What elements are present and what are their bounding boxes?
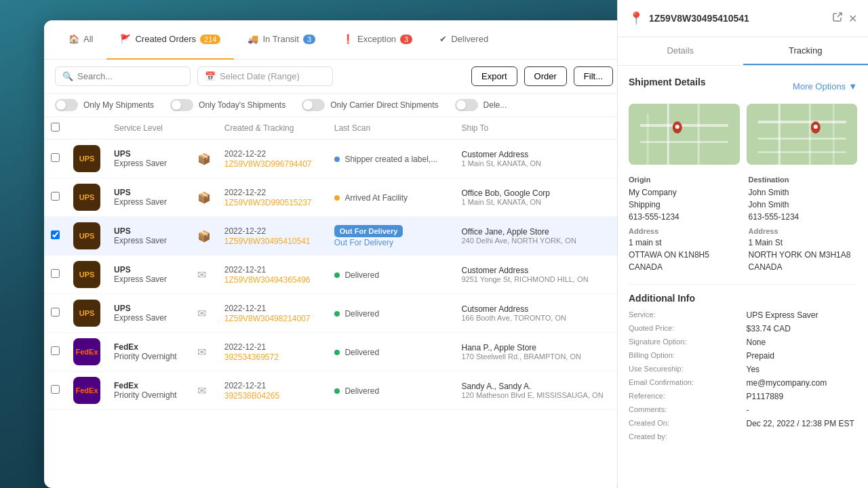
carrier-direct-toggle[interactable]: [302, 99, 325, 111]
date-placeholder: Select Date (Range): [220, 71, 300, 81]
info-value: None: [747, 338, 858, 347]
destination-title: Destination: [749, 176, 858, 184]
info-value: Prepaid: [747, 351, 858, 361]
origin-shipping: Shipping: [629, 199, 738, 211]
info-value: $33.74 CAD: [747, 324, 858, 333]
carrier-name: UPS: [114, 226, 184, 236]
svg-rect-1: [640, 141, 728, 143]
my-shipments-toggle[interactable]: [55, 99, 78, 111]
table-row[interactable]: UPS UPS Express Saver ✉ 2022-12-21 1Z59V…: [44, 256, 624, 294]
detail-panel: 📍 1Z59V8W30495410541 ✕ Details Tracking …: [617, 0, 868, 488]
ship-to-addr: 1 Main St, KANATA, ON: [461, 159, 617, 167]
status-dot: [334, 311, 340, 317]
row-checkbox[interactable]: [51, 230, 60, 239]
panel-tab-details[interactable]: Details: [618, 37, 743, 65]
open-external-button[interactable]: [832, 12, 843, 25]
carrier-name: FedEx: [114, 381, 184, 390]
ship-to-cell: Customer Address 9251 Yonge St, RICHMOND…: [454, 256, 624, 294]
in-transit-badge: 3: [303, 35, 315, 44]
tracking-link[interactable]: 1Z59V8W3D990515237: [224, 198, 312, 207]
col-ship-to: Ship To: [454, 117, 624, 140]
row-checkbox[interactable]: [51, 385, 60, 394]
tab-all[interactable]: 🏠 All: [55, 20, 106, 60]
main-panel: 🏠 All 🚩 Created Orders 214 🚚 In Transit …: [44, 20, 624, 488]
scan-link[interactable]: Out For Delivery: [334, 238, 393, 247]
row-checkbox[interactable]: [51, 192, 60, 201]
filter-today-shipments[interactable]: Only Today's Shipments: [170, 99, 285, 111]
today-shipments-toggle[interactable]: [170, 99, 193, 111]
tracking-link[interactable]: 1Z59V8W3D996794407: [224, 159, 312, 169]
package-icon: ✉: [197, 385, 206, 396]
scan-text: Arrived At Facility: [344, 193, 408, 203]
panel-tabs: Details Tracking: [618, 37, 868, 66]
destination-address1: 1 Main St: [749, 237, 858, 249]
table-row[interactable]: FedEx FedEx Priority Overnight ✉ 2022-12…: [44, 371, 624, 410]
origin-map: [629, 104, 740, 165]
location-pin-icon: 📍: [629, 11, 644, 26]
order-button[interactable]: Order: [524, 66, 567, 86]
export-button[interactable]: Export: [471, 66, 517, 86]
ship-to-addr: 9251 Yonge St, RICHMOND HILL, ON: [461, 275, 617, 283]
close-panel-button[interactable]: ✕: [848, 12, 857, 25]
svg-rect-0: [640, 124, 728, 127]
filter-carrier-direct[interactable]: Only Carrier Direct Shipments: [302, 99, 438, 111]
tab-delivered[interactable]: ✔ Delivered: [426, 20, 502, 60]
panel-tab-tracking[interactable]: Tracking: [743, 37, 869, 65]
origin-country: CANADA: [629, 261, 738, 273]
svg-rect-3: [698, 104, 700, 165]
table-row[interactable]: UPS UPS Express Saver 📦 2022-12-22 1Z59V…: [44, 140, 624, 178]
created-date: 2022-12-21: [224, 304, 321, 313]
tab-in-transit[interactable]: 🚚 In Transit 3: [234, 20, 329, 60]
exclamation-icon: ❗: [342, 34, 353, 44]
package-icon: ✉: [197, 308, 206, 319]
carrier-cell: UPS: [73, 261, 100, 288]
info-label: Created by:: [629, 432, 740, 441]
table-row[interactable]: UPS UPS Express Saver 📦 2022-12-22 1Z59V…: [44, 178, 624, 217]
select-all-checkbox[interactable]: [51, 123, 60, 131]
carrier-cell: UPS: [73, 300, 100, 327]
destination-name2: John Smith: [749, 199, 858, 211]
scan-text: Delivered: [344, 309, 379, 319]
carrier-service: Express Saver: [114, 274, 184, 284]
home-icon: 🏠: [68, 34, 79, 44]
tracking-link[interactable]: 1Z59V8W30495410541: [224, 237, 311, 246]
tracking-link[interactable]: 392538B04265: [224, 391, 279, 401]
carrier-cell: UPS: [73, 222, 100, 249]
filter-del[interactable]: Dele...: [455, 99, 507, 111]
created-date: 2022-12-22: [224, 149, 321, 159]
more-options-button[interactable]: More Options ▼: [793, 81, 857, 92]
tab-created-orders[interactable]: 🚩 Created Orders 214: [106, 20, 234, 60]
carrier-cell: FedEx: [73, 338, 100, 365]
tracking-link[interactable]: 392534369572: [224, 352, 279, 362]
col-last-scan: Last Scan: [328, 117, 455, 140]
row-checkbox[interactable]: [51, 308, 60, 317]
tracking-link[interactable]: 1Z59V8W30494365496: [224, 275, 311, 285]
destination-phone: 613-555-1234: [749, 211, 858, 223]
row-checkbox[interactable]: [51, 269, 60, 278]
filter-my-shipments[interactable]: Only My Shipments: [55, 99, 154, 111]
date-picker[interactable]: 📅 Select Date (Range): [197, 66, 333, 86]
search-box[interactable]: 🔍: [55, 66, 191, 86]
package-icon: ✉: [197, 346, 206, 358]
table-row[interactable]: FedEx FedEx Priority Overnight ✉ 2022-12…: [44, 333, 624, 371]
search-input[interactable]: [77, 71, 183, 81]
package-icon: 📦: [197, 192, 211, 203]
status-dot: [334, 157, 340, 162]
del-toggle[interactable]: [455, 99, 478, 111]
truck-icon: 🚚: [248, 34, 258, 44]
ship-to-name: Office Jane, Apple Store: [461, 227, 617, 237]
info-label: Billing Option:: [629, 351, 740, 361]
tracking-link[interactable]: 1Z59V8W30498214007: [224, 314, 311, 323]
carrier-name: UPS: [114, 149, 184, 159]
created-date: 2022-12-21: [224, 265, 321, 274]
table-row[interactable]: UPS UPS Express Saver 📦 2022-12-22 1Z59V…: [44, 217, 624, 256]
table-row[interactable]: UPS UPS Express Saver ✉ 2022-12-21 1Z59V…: [44, 294, 624, 333]
maps-row: [629, 104, 857, 165]
tab-exception[interactable]: ❗ Exception 3: [329, 20, 426, 60]
info-label: Reference:: [629, 392, 740, 401]
carrier-logo: FedEx: [73, 377, 100, 404]
filter-button[interactable]: Filt...: [574, 66, 613, 86]
row-checkbox[interactable]: [51, 346, 60, 355]
info-label: Service:: [629, 310, 740, 320]
row-checkbox[interactable]: [51, 153, 60, 162]
